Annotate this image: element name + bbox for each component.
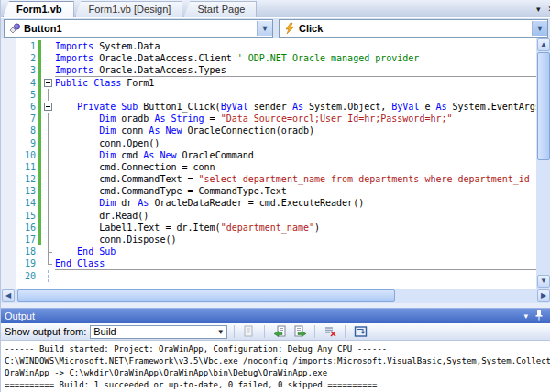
line-number[interactable]: 6	[16, 101, 38, 113]
tab-form1-vb[interactable]: Form1.vb	[3, 1, 74, 17]
breakpoint-margin[interactable]	[1, 197, 16, 209]
vertical-scroll-thumb[interactable]	[537, 52, 550, 160]
breakpoint-margin[interactable]	[1, 52, 16, 64]
outlining-margin[interactable]	[42, 52, 55, 64]
code-text[interactable]: Imports Oracle.DataAccess.Types	[55, 64, 536, 76]
code-text[interactable]	[55, 270, 536, 282]
outlining-margin[interactable]	[42, 101, 55, 113]
objects-combo[interactable]: Button1 ▼	[4, 19, 273, 38]
line-number[interactable]: 16	[16, 222, 38, 234]
code-editor[interactable]: 1Imports System.Data2Imports Oracle.Data…	[1, 38, 550, 289]
output-panel-title-bar[interactable]: Output ▾	[1, 308, 550, 323]
code-text[interactable]: Imports Oracle.DataAccess.Client ' ODP.N…	[55, 52, 536, 64]
code-line[interactable]: 18 End Sub	[1, 245, 536, 257]
collapse-region-icon[interactable]	[44, 79, 52, 87]
breakpoint-margin[interactable]	[1, 89, 16, 101]
scroll-right-button[interactable]: ▶	[537, 289, 550, 302]
code-text[interactable]: Label1.Text = dr.Item("department_name")	[55, 222, 536, 234]
line-number[interactable]: 5	[16, 89, 38, 101]
code-line[interactable]: 16 Label1.Text = dr.Item("department_nam…	[1, 222, 536, 234]
outlining-margin[interactable]	[42, 149, 55, 161]
code-text[interactable]: cmd.CommandType = CommandType.Text	[55, 185, 536, 197]
events-combo[interactable]: Click ▼	[279, 19, 548, 38]
breakpoint-margin[interactable]	[1, 64, 16, 76]
line-number[interactable]: 7	[16, 113, 38, 125]
breakpoint-margin[interactable]	[1, 149, 16, 161]
breakpoint-margin[interactable]	[1, 137, 16, 149]
line-number[interactable]: 15	[16, 210, 38, 222]
outlining-margin[interactable]	[42, 234, 55, 245]
code-text[interactable]: conn.Dispose()	[55, 234, 536, 245]
outlining-margin[interactable]	[42, 64, 55, 76]
code-text[interactable]: Dim dr As OracleDataReader = cmd.Execute…	[55, 197, 536, 209]
code-text[interactable]: End Class	[55, 257, 536, 269]
breakpoint-margin[interactable]	[1, 257, 16, 269]
code-line[interactable]: 12 cmd.CommandText = "select department_…	[1, 173, 536, 185]
output-text-area[interactable]: ------ Build started: Project: OraWinApp…	[1, 341, 550, 392]
code-line[interactable]: 14 Dim dr As OracleDataReader = cmd.Exec…	[1, 197, 536, 209]
line-number[interactable]: 14	[16, 197, 38, 209]
breakpoint-margin[interactable]	[1, 245, 16, 257]
code-text[interactable]: Dim oradb As String = "Data Source=orcl;…	[55, 113, 536, 125]
outlining-margin[interactable]	[42, 185, 55, 197]
code-text[interactable]: conn.Open()	[55, 137, 536, 149]
outlining-margin[interactable]	[42, 77, 55, 89]
breakpoint-margin[interactable]	[1, 77, 16, 89]
code-line[interactable]: 9 conn.Open()	[1, 137, 536, 149]
breakpoint-margin[interactable]	[1, 222, 16, 234]
outlining-margin[interactable]	[42, 222, 55, 234]
code-text[interactable]: End Sub	[55, 245, 536, 257]
code-line[interactable]: 2Imports Oracle.DataAccess.Client ' ODP.…	[1, 52, 536, 64]
output-source-combo[interactable]: Build ▼	[90, 325, 227, 339]
line-number[interactable]: 18	[16, 245, 38, 257]
tab-form1-vb-design[interactable]: Form1.vb [Design]	[75, 1, 183, 17]
next-message-button[interactable]	[292, 324, 308, 339]
horizontal-scroll-thumb[interactable]	[17, 289, 395, 302]
outlining-margin[interactable]	[42, 137, 55, 149]
code-line[interactable]: 10 Dim cmd As New OracleCommand	[1, 149, 536, 161]
outlining-margin[interactable]	[42, 40, 55, 52]
code-line[interactable]: 8 Dim conn As New OracleConnection(oradb…	[1, 125, 536, 136]
line-number[interactable]: 20	[16, 270, 38, 282]
line-number[interactable]: 17	[16, 234, 38, 245]
chevron-down-icon[interactable]: ▼	[532, 21, 547, 36]
breakpoint-margin[interactable]	[1, 173, 16, 185]
code-line[interactable]: 5	[1, 89, 536, 101]
code-line[interactable]: 7 Dim oradb As String = "Data Source=orc…	[1, 113, 536, 125]
code-line[interactable]: 3Imports Oracle.DataAccess.Types	[1, 64, 536, 76]
code-line[interactable]: 17 conn.Dispose()	[1, 234, 536, 245]
tab-list-chevron-icon[interactable]: ▾	[536, 5, 541, 14]
line-number[interactable]: 19	[16, 257, 38, 269]
tab-start-page[interactable]: Start Page	[183, 1, 257, 17]
outlining-margin[interactable]	[42, 197, 55, 209]
breakpoint-margin[interactable]	[1, 210, 16, 222]
previous-message-button[interactable]	[271, 324, 288, 339]
outlining-margin[interactable]	[42, 161, 55, 173]
code-line[interactable]: 20	[1, 270, 536, 282]
code-line[interactable]: 6 Private Sub Button1_Click(ByVal sender…	[1, 101, 536, 113]
line-number[interactable]: 10	[16, 149, 38, 161]
scroll-left-button[interactable]: ◀	[2, 289, 15, 302]
code-line[interactable]: 11 cmd.Connection = conn	[1, 161, 536, 173]
collapse-region-icon[interactable]	[44, 103, 52, 111]
breakpoint-margin[interactable]	[1, 113, 16, 125]
scroll-down-button[interactable]: ▼	[537, 275, 550, 288]
outlining-margin[interactable]	[42, 245, 55, 257]
chevron-down-icon[interactable]: ▼	[257, 21, 272, 36]
code-line[interactable]: 13 cmd.CommandType = CommandType.Text	[1, 185, 536, 197]
line-number[interactable]: 2	[16, 52, 38, 64]
line-number[interactable]: 8	[16, 125, 38, 136]
breakpoint-margin[interactable]	[1, 161, 16, 173]
window-menu-chevron-icon[interactable]: ▾	[523, 311, 528, 321]
breakpoint-margin[interactable]	[1, 270, 16, 282]
breakpoint-margin[interactable]	[1, 234, 16, 245]
outlining-margin[interactable]	[42, 270, 55, 282]
code-line[interactable]: 15 dr.Read()	[1, 210, 536, 222]
code-text[interactable]	[55, 89, 536, 101]
horizontal-scrollbar[interactable]: ◀ ▶	[1, 289, 550, 303]
code-text[interactable]: Public Class Form1	[55, 77, 536, 89]
outlining-margin[interactable]	[42, 210, 55, 222]
breakpoint-margin[interactable]	[1, 185, 16, 197]
code-text[interactable]: Dim cmd As New OracleCommand	[55, 149, 536, 161]
vertical-scrollbar[interactable]: ▲ ▼	[536, 38, 550, 289]
